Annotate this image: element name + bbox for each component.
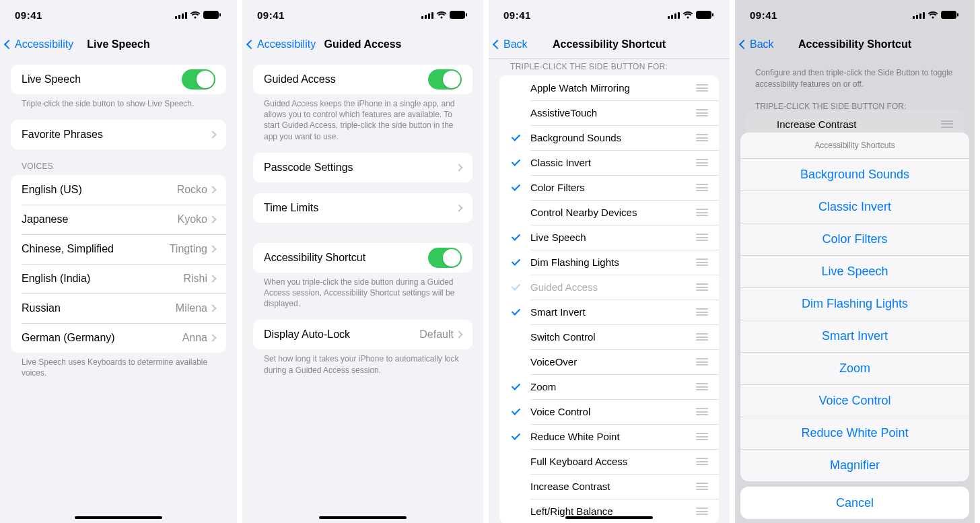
drag-handle-icon[interactable]: [696, 508, 708, 515]
checkmark-icon: [510, 507, 524, 516]
checkmark-icon: [510, 133, 524, 143]
svg-rect-0: [175, 16, 177, 19]
passcode-settings-row[interactable]: Passcode Settings: [253, 153, 473, 182]
shortcut-row[interactable]: Full Keyboard Access: [499, 449, 719, 474]
drag-handle-icon[interactable]: [696, 209, 708, 216]
chevron-right-icon: [209, 186, 216, 194]
drag-handle-icon[interactable]: [696, 134, 708, 141]
svg-rect-2: [182, 13, 184, 19]
favorite-phrases-label: Favorite Phrases: [22, 129, 210, 141]
shortcut-label: Smart Invert: [530, 306, 696, 318]
chevron-right-icon: [455, 164, 462, 171]
shortcut-row[interactable]: AssistiveTouch: [499, 100, 719, 125]
action-sheet-item[interactable]: Color Filters: [740, 223, 969, 255]
shortcut-label: Control Nearby Devices: [530, 207, 696, 218]
time-limits-row[interactable]: Time Limits: [253, 193, 473, 223]
voice-row[interactable]: English (US) Rocko: [11, 175, 226, 205]
cancel-button[interactable]: Cancel: [740, 487, 969, 519]
status-bar: 09:41: [489, 0, 730, 30]
svg-rect-11: [466, 13, 467, 17]
toggle-on-icon[interactable]: [182, 69, 215, 90]
svg-rect-6: [421, 16, 423, 19]
shortcut-row[interactable]: Increase Contrast: [499, 474, 719, 499]
shortcut-row[interactable]: Classic Invert: [499, 150, 719, 175]
voice-name: Anna: [182, 332, 207, 344]
shortcut-row[interactable]: VoiceOver: [499, 349, 719, 374]
voice-row[interactable]: German (Germany) Anna: [11, 323, 226, 353]
shortcut-row[interactable]: Background Sounds: [499, 125, 719, 150]
guided-access-label: Guided Access: [264, 73, 428, 85]
drag-handle-icon[interactable]: [696, 358, 708, 365]
drag-handle-icon[interactable]: [696, 258, 708, 266]
voice-name: Tingting: [170, 243, 207, 255]
toggle-on-icon[interactable]: [428, 69, 462, 90]
shortcut-row[interactable]: Smart Invert: [499, 300, 719, 324]
drag-handle-icon[interactable]: [696, 283, 708, 291]
shortcut-label: AssistiveTouch: [530, 107, 696, 118]
guided-access-toggle-row[interactable]: Guided Access: [253, 65, 473, 94]
favorite-phrases-row[interactable]: Favorite Phrases: [11, 120, 226, 149]
drag-handle-icon[interactable]: [696, 383, 708, 390]
drag-handle-icon[interactable]: [696, 308, 708, 316]
shortcut-label: Voice Control: [530, 406, 696, 417]
nav-bar: Accessibility Live Speech: [0, 30, 237, 59]
toggle-on-icon[interactable]: [428, 248, 462, 268]
chevron-right-icon: [209, 335, 216, 342]
shortcut-row[interactable]: Guided Access: [499, 275, 719, 300]
back-label: Accessibility: [257, 38, 316, 50]
shortcut-row[interactable]: Apple Watch Mirroring: [499, 75, 719, 100]
drag-handle-icon[interactable]: [696, 159, 708, 166]
back-label: Back: [503, 38, 528, 50]
shortcut-row[interactable]: Color Filters: [499, 175, 719, 200]
shortcut-row[interactable]: Switch Control: [499, 324, 719, 349]
shortcut-row[interactable]: Voice Control: [499, 399, 719, 424]
drag-handle-icon[interactable]: [696, 458, 708, 465]
chevron-right-icon: [455, 204, 462, 211]
drag-handle-icon[interactable]: [696, 408, 708, 415]
voice-row[interactable]: Japanese Kyoko: [11, 205, 226, 234]
voice-row[interactable]: English (India) Rishi: [11, 264, 226, 293]
drag-handle-icon[interactable]: [696, 433, 708, 440]
voice-name: Rishi: [183, 273, 207, 285]
live-speech-hint: Triple-click the side button to show Liv…: [11, 94, 226, 109]
action-sheet-item[interactable]: Background Sounds: [740, 158, 969, 190]
accessibility-shortcut-hint: When you triple-click the side button du…: [253, 273, 473, 310]
drag-handle-icon[interactable]: [696, 234, 708, 241]
shortcut-label: Apple Watch Mirroring: [530, 82, 696, 94]
live-speech-toggle-row[interactable]: Live Speech: [11, 65, 226, 94]
action-sheet-item[interactable]: Live Speech: [740, 255, 969, 287]
shortcut-row[interactable]: Left/Right Balance: [499, 499, 719, 523]
action-sheet-item[interactable]: Voice Control: [740, 384, 969, 417]
action-sheet-item[interactable]: Classic Invert: [740, 190, 969, 223]
cellular-icon: [421, 11, 433, 19]
shortcut-row[interactable]: Reduce White Point: [499, 424, 719, 449]
voice-row[interactable]: Russian Milena: [11, 293, 226, 323]
shortcut-row[interactable]: Live Speech: [499, 225, 719, 250]
action-sheet-item[interactable]: Magnifier: [740, 449, 969, 481]
action-sheet-title: Accessibility Shortcuts: [740, 133, 969, 158]
status-time: 09:41: [15, 9, 42, 21]
back-button[interactable]: Accessibility: [5, 38, 73, 50]
shortcut-row[interactable]: Dim Flashing Lights: [499, 250, 719, 275]
action-sheet-item[interactable]: Reduce White Point: [740, 417, 969, 449]
drag-handle-icon[interactable]: [696, 84, 708, 92]
shortcut-row[interactable]: Control Nearby Devices: [499, 200, 719, 225]
accessibility-shortcut-toggle-row[interactable]: Accessibility Shortcut: [253, 243, 473, 273]
action-sheet-item[interactable]: Dim Flashing Lights: [740, 287, 969, 320]
home-indicator: [565, 516, 653, 520]
back-button[interactable]: Back: [494, 38, 528, 50]
checkmark-icon: [510, 308, 524, 317]
display-autolock-row[interactable]: Display Auto-Lock Default: [253, 320, 473, 349]
action-sheet-item[interactable]: Zoom: [740, 352, 969, 384]
voice-row[interactable]: Chinese, Simplified Tingting: [11, 234, 226, 264]
back-button[interactable]: Accessibility: [248, 38, 316, 50]
shortcut-row[interactable]: Zoom: [499, 374, 719, 399]
chevron-left-icon: [493, 39, 502, 48]
action-sheet-item[interactable]: Smart Invert: [740, 320, 969, 352]
checkmark-icon: [510, 283, 524, 292]
drag-handle-icon[interactable]: [696, 109, 708, 116]
chevron-right-icon: [455, 331, 462, 339]
drag-handle-icon[interactable]: [696, 184, 708, 191]
drag-handle-icon[interactable]: [696, 483, 708, 490]
drag-handle-icon[interactable]: [696, 333, 708, 341]
